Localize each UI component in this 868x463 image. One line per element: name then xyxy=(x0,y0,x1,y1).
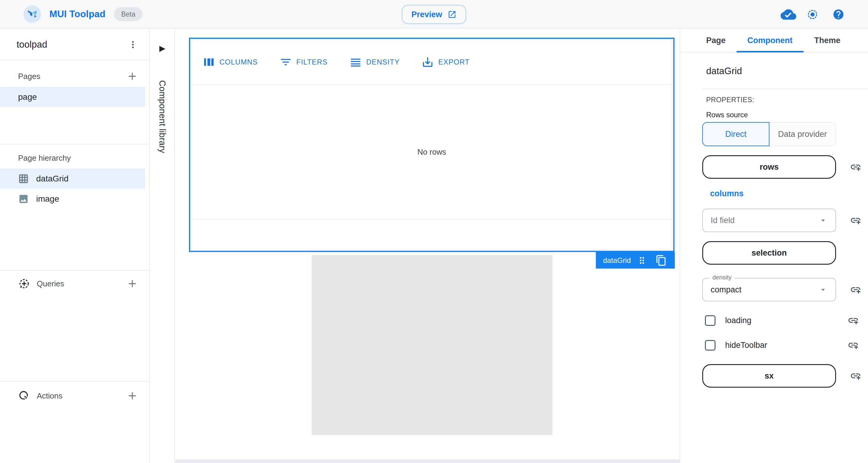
bind-density-button[interactable] xyxy=(850,284,861,296)
datagrid-footer xyxy=(191,219,673,250)
cloud-sync-status-icon xyxy=(781,7,796,22)
beta-badge: Beta xyxy=(114,7,143,21)
component-library-label[interactable]: Component library xyxy=(157,80,167,153)
image-component[interactable] xyxy=(312,255,553,435)
hide-toolbar-label: hideToolbar xyxy=(725,341,834,350)
bind-loading-button[interactable] xyxy=(847,315,859,326)
expand-library-icon[interactable]: ▶ xyxy=(159,44,165,53)
preview-button-label: Preview xyxy=(411,10,442,19)
add-query-button[interactable] xyxy=(126,278,138,290)
rows-source-label: Rows source xyxy=(706,111,868,119)
bind-sx-button[interactable] xyxy=(850,370,861,381)
density-select[interactable]: density compact xyxy=(702,278,836,302)
inspector-panel: Page Component Theme dataGrid PROPERTIES… xyxy=(680,29,868,463)
page-item-label: page xyxy=(18,92,37,102)
queries-icon xyxy=(18,278,30,290)
page-canvas: COLUMNS FILTERS DENSITY xyxy=(175,29,680,463)
datagrid-rows-area: No rows xyxy=(191,85,673,219)
rows-source-toggle: Direct Data provider xyxy=(702,122,836,146)
no-rows-message: No rows xyxy=(417,147,446,157)
plus-icon xyxy=(126,278,138,290)
explorer-sidebar: toolpad Pages page Page hierarchy dataGr… xyxy=(0,29,150,463)
bind-hide-toolbar-button[interactable] xyxy=(847,339,859,351)
chevron-down-icon xyxy=(818,216,828,225)
properties-label: PROPERTIES: xyxy=(706,96,868,104)
tab-page[interactable]: Page xyxy=(695,29,737,52)
tab-component[interactable]: Component xyxy=(737,29,804,52)
actions-section-label: Actions xyxy=(18,390,62,402)
sidebar-item-image[interactable]: image xyxy=(0,189,149,209)
image-icon xyxy=(18,193,29,204)
filters-button[interactable]: FILTERS xyxy=(275,52,333,73)
project-menu-button[interactable] xyxy=(127,39,138,50)
plus-icon xyxy=(126,390,138,402)
light-mode-icon xyxy=(807,9,818,20)
pages-section-label: Pages xyxy=(18,72,40,81)
help-icon xyxy=(832,8,844,21)
filter-icon xyxy=(279,56,292,68)
chevron-down-icon xyxy=(818,285,828,294)
sidebar-item-datagrid[interactable]: dataGrid xyxy=(0,168,145,189)
density-icon xyxy=(349,56,362,68)
add-link-icon xyxy=(847,315,859,326)
mui-logo xyxy=(24,5,41,23)
export-icon xyxy=(421,56,434,68)
queries-section-label: Queries xyxy=(18,278,64,290)
preview-button[interactable]: Preview xyxy=(402,5,466,24)
columns-button[interactable]: COLUMNS xyxy=(198,52,262,73)
more-vert-icon xyxy=(127,39,138,50)
selection-toolbar: dataGrid xyxy=(596,252,675,269)
rows-property-button[interactable]: rows xyxy=(702,155,836,179)
hierarchy-section-label: Page hierarchy xyxy=(18,153,71,163)
open-in-new-icon xyxy=(447,10,457,19)
selection-property-button[interactable]: selection xyxy=(702,241,836,265)
actions-icon xyxy=(18,390,30,402)
hide-toolbar-checkbox[interactable] xyxy=(705,340,715,350)
add-action-button[interactable] xyxy=(126,390,138,402)
bind-rows-button[interactable] xyxy=(850,161,861,173)
datagrid-item-label: dataGrid xyxy=(36,174,68,184)
tab-theme[interactable]: Theme xyxy=(804,29,851,52)
sidebar-item-page[interactable]: page xyxy=(0,87,145,107)
id-field-value: Id field xyxy=(711,216,818,225)
columns-icon xyxy=(203,56,215,68)
id-field-select[interactable]: Id field xyxy=(702,209,836,232)
datagrid-toolbar: COLUMNS FILTERS DENSITY xyxy=(191,40,673,85)
add-link-icon xyxy=(850,161,861,173)
app-title: MUI Toolpad xyxy=(50,9,105,20)
help-button[interactable] xyxy=(829,5,848,24)
rows-source-data-provider-button[interactable]: Data provider xyxy=(770,122,836,146)
mui-logo-icon xyxy=(27,9,37,19)
copy-icon xyxy=(655,255,667,266)
add-link-icon xyxy=(850,284,861,296)
selection-chip-label: dataGrid xyxy=(603,256,631,265)
density-select-label: density xyxy=(710,274,735,281)
component-library-panel: ▶ Component library xyxy=(150,29,175,463)
add-link-icon xyxy=(850,370,861,381)
density-button[interactable]: DENSITY xyxy=(344,52,404,73)
loading-label: loading xyxy=(725,316,834,325)
inspector-tabs: Page Component Theme xyxy=(680,29,868,53)
plus-icon xyxy=(126,70,138,82)
datagrid-paper: COLUMNS FILTERS DENSITY xyxy=(191,39,673,250)
project-name: toolpad xyxy=(17,39,47,50)
export-button[interactable]: EXPORT xyxy=(416,52,474,73)
columns-editor-link[interactable]: columns xyxy=(710,189,744,198)
loading-checkbox[interactable] xyxy=(705,315,715,326)
add-page-button[interactable] xyxy=(126,70,138,82)
density-value: compact xyxy=(711,285,818,295)
sx-property-button[interactable]: sx xyxy=(702,364,836,388)
drag-indicator-icon xyxy=(637,255,647,266)
component-name-title: dataGrid xyxy=(702,53,868,89)
add-link-icon xyxy=(850,215,861,226)
datagrid-component-selected[interactable]: COLUMNS FILTERS DENSITY xyxy=(189,38,675,252)
duplicate-component-button[interactable] xyxy=(655,255,667,266)
theme-toggle-button[interactable] xyxy=(803,5,822,24)
app-header: MUI Toolpad Beta Preview xyxy=(0,0,868,29)
bind-id-field-button[interactable] xyxy=(850,215,861,226)
add-link-icon xyxy=(847,339,859,351)
rows-source-direct-button[interactable]: Direct xyxy=(702,122,770,146)
drag-handle[interactable] xyxy=(637,255,647,266)
data-grid-icon xyxy=(18,173,29,184)
image-item-label: image xyxy=(36,194,59,204)
